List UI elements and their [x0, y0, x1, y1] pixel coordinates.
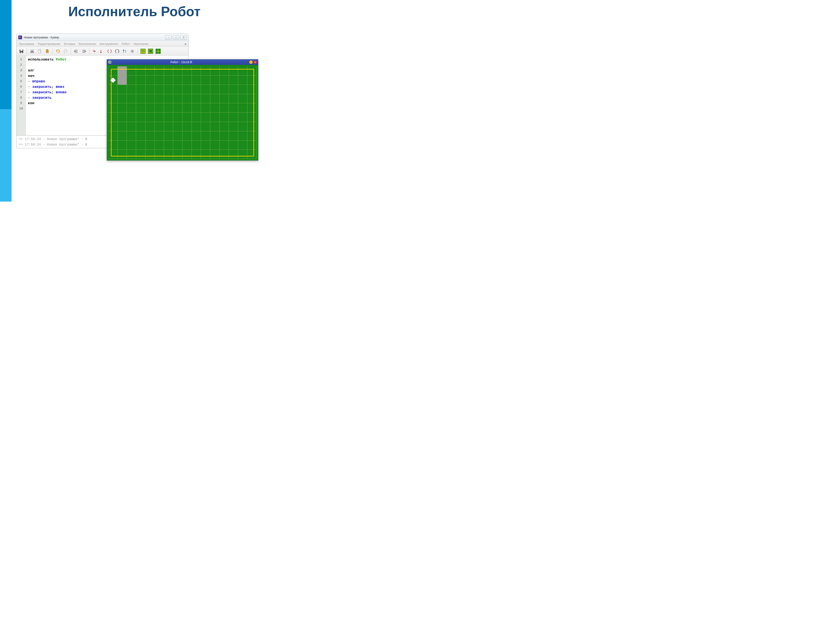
field-cell[interactable]	[229, 76, 238, 85]
robot-titlebar[interactable]: 📌 Робот - 10x16.fil – ×	[107, 59, 258, 65]
field-cell[interactable]	[173, 76, 183, 85]
field-cell[interactable]	[155, 150, 164, 159]
field-cell[interactable]	[219, 112, 229, 122]
field-cell[interactable]	[118, 112, 127, 122]
field-cell[interactable]	[192, 66, 201, 76]
field-cell[interactable]	[238, 150, 247, 159]
field-cell[interactable]	[145, 150, 155, 159]
field-cell[interactable]	[118, 103, 127, 112]
field-cell[interactable]	[173, 66, 183, 76]
field-cell[interactable]	[192, 85, 201, 94]
robot-field[interactable]	[108, 66, 257, 159]
field-cell[interactable]	[247, 112, 257, 122]
field-cell[interactable]	[192, 112, 201, 122]
field-cell[interactable]	[219, 131, 229, 141]
run-fast-icon[interactable]	[114, 48, 120, 54]
field-cell[interactable]	[238, 76, 247, 85]
field-cell[interactable]	[238, 85, 247, 94]
field-cell[interactable]	[108, 85, 118, 94]
field-cell[interactable]	[192, 103, 201, 112]
menu-program[interactable]: Программа	[19, 42, 34, 46]
field-cell[interactable]	[136, 94, 145, 103]
field-cell[interactable]	[173, 94, 183, 103]
robot-minimize-button[interactable]: –	[249, 60, 253, 64]
field-cell[interactable]	[155, 122, 164, 131]
field-cell[interactable]	[118, 131, 127, 141]
field-cell[interactable]	[155, 131, 164, 141]
field-cell[interactable]	[219, 141, 229, 150]
copy-icon[interactable]	[36, 48, 43, 54]
field-cell[interactable]	[155, 112, 164, 122]
field-cell[interactable]	[183, 150, 192, 159]
field-cell[interactable]	[127, 85, 136, 94]
field-cell[interactable]	[238, 112, 247, 122]
field-cell[interactable]	[108, 94, 118, 103]
field-cell[interactable]	[201, 94, 210, 103]
field-cell[interactable]	[173, 85, 183, 94]
field-cell[interactable]	[155, 94, 164, 103]
field-cell[interactable]	[201, 141, 210, 150]
field-cell[interactable]	[136, 122, 145, 131]
field-cell[interactable]	[238, 66, 247, 76]
editor-titlebar[interactable]: K Новая программа - Кумир ─ □ ✕	[17, 34, 188, 41]
field-cell[interactable]	[155, 85, 164, 94]
field-cell[interactable]	[247, 94, 257, 103]
field-cell[interactable]	[183, 112, 192, 122]
field-cell[interactable]	[164, 122, 173, 131]
field-cell[interactable]	[118, 76, 127, 85]
close-button[interactable]: ✕	[180, 35, 187, 39]
field-cell[interactable]	[229, 141, 238, 150]
field-cell[interactable]	[192, 122, 201, 131]
field-cell[interactable]	[155, 141, 164, 150]
field-cell[interactable]	[247, 103, 257, 112]
field-cell[interactable]	[127, 122, 136, 131]
step-over-icon[interactable]	[99, 48, 105, 54]
field-cell[interactable]	[173, 112, 183, 122]
robot-close-button[interactable]: ×	[253, 60, 257, 64]
field-cell[interactable]	[229, 150, 238, 159]
field-cell[interactable]	[136, 141, 145, 150]
field-cell[interactable]	[247, 85, 257, 94]
field-cell[interactable]	[183, 122, 192, 131]
field-cell[interactable]	[229, 122, 238, 131]
field-cell[interactable]	[136, 112, 145, 122]
field-cell[interactable]	[210, 131, 219, 141]
menu-drafter[interactable]: Чертежник	[134, 42, 148, 46]
field-cell[interactable]	[108, 66, 118, 76]
indent-left-icon[interactable]	[73, 48, 79, 54]
field-cell[interactable]	[238, 94, 247, 103]
field-cell[interactable]	[164, 66, 173, 76]
field-cell[interactable]	[192, 150, 201, 159]
field-cell[interactable]	[136, 103, 145, 112]
field-cell[interactable]	[136, 85, 145, 94]
field-cell[interactable]	[183, 141, 192, 150]
field-cell[interactable]	[210, 66, 219, 76]
field-cell[interactable]	[164, 150, 173, 159]
field-cell[interactable]	[118, 66, 127, 76]
field-cell[interactable]	[238, 122, 247, 131]
field-cell[interactable]	[164, 85, 173, 94]
field-cell[interactable]	[183, 76, 192, 85]
field-cell[interactable]	[108, 131, 118, 141]
field-cell[interactable]	[136, 76, 145, 85]
field-cell[interactable]	[127, 66, 136, 76]
maximize-button[interactable]: □	[173, 35, 179, 39]
field-cell[interactable]	[247, 76, 257, 85]
minimize-button[interactable]: ─	[165, 35, 172, 39]
field-cell[interactable]	[145, 103, 155, 112]
field-cell[interactable]	[145, 76, 155, 85]
field-cell[interactable]	[164, 103, 173, 112]
field-cell[interactable]	[108, 150, 118, 159]
step-out-icon[interactable]	[122, 48, 128, 54]
field-cell[interactable]	[118, 94, 127, 103]
grid-border-icon[interactable]	[147, 48, 154, 54]
field-cell[interactable]	[127, 150, 136, 159]
indent-right-icon[interactable]	[81, 48, 87, 54]
field-cell[interactable]	[145, 141, 155, 150]
field-cell[interactable]	[229, 131, 238, 141]
field-cell[interactable]	[219, 66, 229, 76]
field-cell[interactable]	[118, 122, 127, 131]
field-cell[interactable]	[219, 150, 229, 159]
field-cell[interactable]	[118, 141, 127, 150]
field-cell[interactable]	[201, 66, 210, 76]
